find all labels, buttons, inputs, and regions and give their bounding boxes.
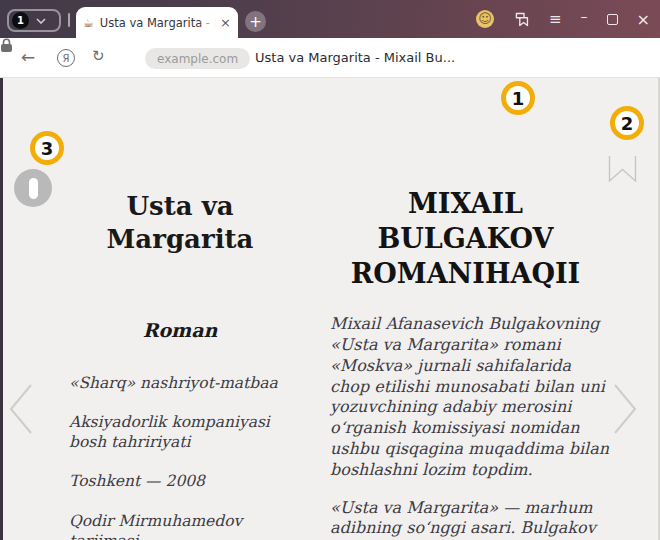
titlebar-divider <box>68 13 70 27</box>
annotation-circle-3: 3 <box>30 131 64 165</box>
address-bar-page-title[interactable]: Usta va Margarita - Mixail Bu... <box>255 50 455 65</box>
window-left-edge <box>0 78 3 540</box>
sidebar-bookmark-icon[interactable] <box>513 11 530 28</box>
tab-close-icon[interactable]: × <box>220 15 231 30</box>
refresh-button[interactable]: ↻ <box>92 47 105 65</box>
essay-body: Mixail Afanasevich Bulgakovning «Usta va… <box>318 314 613 540</box>
tab-title-fade <box>198 16 216 30</box>
browser-tab[interactable]: ☕ Usta va Margarita - Mixa × <box>76 7 238 38</box>
tab-title: Usta va Margarita - Mixa <box>100 16 216 30</box>
chevron-down-icon <box>36 18 46 24</box>
new-tab-button[interactable]: + <box>245 11 266 32</box>
profile-avatar[interactable]: ☺ <box>476 10 494 28</box>
publisher-line: Qodir Mirmuhamedov tarjimasi <box>69 511 305 540</box>
minimize-button[interactable]: – <box>581 8 588 24</box>
tab-favicon-cup-icon: ☕ <box>83 16 94 30</box>
next-page-arrow[interactable] <box>612 382 640 436</box>
left-book-page: Usta va Margarita Roman «Sharq» nashriyo… <box>55 190 305 540</box>
browser-toolbar: ← Я ↻ example.com Usta va Margarita - Mi… <box>0 38 660 78</box>
lock-icon <box>0 38 13 53</box>
scroll-indicator-button[interactable] <box>14 169 52 207</box>
tab-count-badge: 1 <box>12 12 29 29</box>
tab-group-button[interactable]: 1 <box>7 9 61 32</box>
window-titlebar: 1 ☕ Usta va Margarita - Mixa × + ☺ ≡ – × <box>0 0 660 38</box>
back-button[interactable]: ← <box>21 47 35 67</box>
book-title: Usta va Margarita <box>85 190 275 255</box>
prev-page-arrow[interactable] <box>6 382 34 436</box>
book-subtitle: Roman <box>55 319 305 341</box>
publisher-info: «Sharq» nashriyot-matbaa Aksiyadorlik ko… <box>55 373 305 540</box>
essay-title: MIXAIL BULGAKOV ROMANIHAQII <box>341 186 591 291</box>
publisher-line: «Sharq» nashriyot-matbaa <box>69 373 305 393</box>
annotation-circle-2: 2 <box>610 106 644 140</box>
annotation-circle-1: 1 <box>501 81 535 115</box>
close-button[interactable]: × <box>637 10 650 29</box>
yandex-search-icon[interactable]: Я <box>57 49 75 67</box>
essay-paragraph: «Usta va Margarita» — marhum adibning so… <box>330 498 610 540</box>
right-book-page: MIXAIL BULGAKOV ROMANIHAQII Mixail Afana… <box>318 186 613 540</box>
bookmark-ribbon-icon[interactable] <box>608 156 638 183</box>
reader-page: Usta va Margarita Roman «Sharq» nashriyo… <box>0 78 660 540</box>
essay-paragraph: Mixail Afanasevich Bulgakovning «Usta va… <box>330 314 610 480</box>
menu-icon[interactable]: ≡ <box>549 10 562 28</box>
titlebar-right-controls: ☺ ≡ – × <box>476 0 650 38</box>
url-host-field[interactable]: example.com <box>145 48 250 69</box>
maximize-button[interactable] <box>607 14 618 25</box>
publisher-line: Toshkent — 2008 <box>69 471 305 491</box>
publisher-line: Aksiyadorlik kompaniyasi bosh tahririyat… <box>69 412 305 452</box>
scroll-indicator-bar <box>29 178 38 199</box>
